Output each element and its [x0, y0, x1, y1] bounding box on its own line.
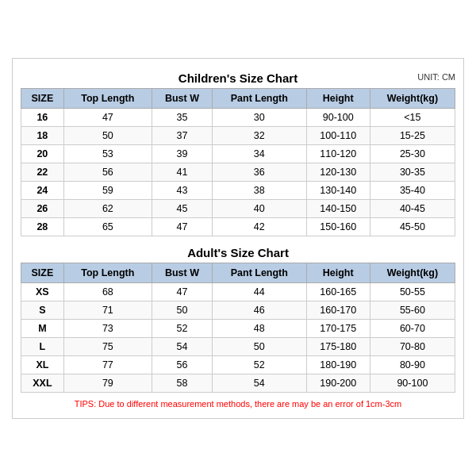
table-cell: 50: [212, 337, 306, 355]
table-cell: 160-165: [306, 282, 370, 301]
table-cell: 110-120: [306, 144, 370, 163]
col-header-top-length-adult: Top Length: [63, 263, 152, 282]
table-cell: 65: [63, 217, 152, 236]
table-cell: 150-160: [306, 217, 370, 236]
table-cell: 60-70: [370, 319, 455, 337]
table-cell: 47: [63, 108, 152, 126]
table-cell: 37: [152, 126, 212, 144]
table-cell: 28: [21, 217, 64, 236]
table-cell: 56: [152, 355, 212, 374]
table-cell: 26: [21, 199, 64, 217]
table-cell: 53: [63, 144, 152, 163]
table-cell: 30-35: [370, 163, 455, 181]
tips-text: TIPS: Due to different measurement metho…: [21, 397, 455, 410]
children-title-text: Children's Size Chart: [178, 71, 298, 85]
table-cell: 73: [63, 319, 152, 337]
table-cell: 48: [212, 319, 306, 337]
adult-section-title: Adult's Size Chart: [21, 241, 455, 263]
table-cell: 52: [152, 319, 212, 337]
table-cell: XXL: [21, 374, 64, 392]
table-row: S715046160-17055-60: [21, 301, 455, 319]
table-row: 1647353090-100<15: [21, 108, 455, 126]
table-cell: 54: [152, 337, 212, 355]
table-cell: 90-100: [370, 374, 455, 392]
table-cell: 180-190: [306, 355, 370, 374]
table-cell: 15-25: [370, 126, 455, 144]
table-cell: 90-100: [306, 108, 370, 126]
adult-header-row: SIZE Top Length Bust W Pant Length Heigh…: [21, 263, 455, 282]
table-cell: 32: [212, 126, 306, 144]
table-cell: 59: [63, 181, 152, 199]
table-cell: XL: [21, 355, 64, 374]
children-section-title: Children's Size Chart UNIT: CM: [21, 67, 455, 88]
col-header-weight-children: Weight(kg): [370, 88, 455, 108]
table-cell: 45-50: [370, 217, 455, 236]
unit-label: UNIT: CM: [417, 72, 455, 82]
table-cell: 45: [152, 199, 212, 217]
table-cell: 47: [152, 217, 212, 236]
table-cell: 56: [63, 163, 152, 181]
table-cell: 52: [212, 355, 306, 374]
col-header-bust-w-adult: Bust W: [152, 263, 212, 282]
children-size-table: SIZE Top Length Bust W Pant Length Heigh…: [21, 88, 455, 236]
table-cell: 50: [63, 126, 152, 144]
table-cell: 55-60: [370, 301, 455, 319]
table-cell: 20: [21, 144, 64, 163]
table-cell: 79: [63, 374, 152, 392]
adult-title-text: Adult's Size Chart: [187, 246, 289, 259]
table-row: 20533934110-12025-30: [21, 144, 455, 163]
adult-size-table: SIZE Top Length Bust W Pant Length Heigh…: [21, 263, 455, 393]
table-cell: 24: [21, 181, 64, 199]
table-cell: 80-90: [370, 355, 455, 374]
table-cell: XS: [21, 282, 64, 301]
table-cell: 43: [152, 181, 212, 199]
table-row: 24594338130-14035-40: [21, 181, 455, 199]
col-header-size-children: SIZE: [21, 88, 64, 108]
table-cell: 35-40: [370, 181, 455, 199]
table-cell: 130-140: [306, 181, 370, 199]
table-cell: 40-45: [370, 199, 455, 217]
table-cell: M: [21, 319, 64, 337]
table-cell: 42: [212, 217, 306, 236]
table-cell: 68: [63, 282, 152, 301]
table-cell: 38: [212, 181, 306, 199]
table-row: 18503732100-11015-25: [21, 126, 455, 144]
size-chart-container: Children's Size Chart UNIT: CM SIZE Top …: [12, 58, 464, 419]
table-cell: 50: [152, 301, 212, 319]
table-cell: 75: [63, 337, 152, 355]
table-row: 26624540140-15040-45: [21, 199, 455, 217]
table-row: XXL795854190-20090-100: [21, 374, 455, 392]
table-cell: 34: [212, 144, 306, 163]
col-header-bust-w-children: Bust W: [152, 88, 212, 108]
table-cell: 140-150: [306, 199, 370, 217]
table-cell: 22: [21, 163, 64, 181]
table-cell: 36: [212, 163, 306, 181]
table-cell: S: [21, 301, 64, 319]
table-row: 22564136120-13030-35: [21, 163, 455, 181]
col-header-top-length-children: Top Length: [63, 88, 152, 108]
table-cell: <15: [370, 108, 455, 126]
table-cell: 170-175: [306, 319, 370, 337]
table-row: 28654742150-16045-50: [21, 217, 455, 236]
table-cell: 77: [63, 355, 152, 374]
table-cell: 190-200: [306, 374, 370, 392]
table-cell: 47: [152, 282, 212, 301]
table-cell: 18: [21, 126, 64, 144]
col-header-pant-length-children: Pant Length: [212, 88, 306, 108]
table-cell: 41: [152, 163, 212, 181]
table-cell: 50-55: [370, 282, 455, 301]
table-cell: 30: [212, 108, 306, 126]
table-cell: 54: [212, 374, 306, 392]
table-row: XS684744160-16550-55: [21, 282, 455, 301]
table-cell: 71: [63, 301, 152, 319]
table-row: L755450175-18070-80: [21, 337, 455, 355]
table-cell: 120-130: [306, 163, 370, 181]
table-cell: 70-80: [370, 337, 455, 355]
table-cell: 35: [152, 108, 212, 126]
table-cell: 58: [152, 374, 212, 392]
col-header-pant-length-adult: Pant Length: [212, 263, 306, 282]
table-cell: 44: [212, 282, 306, 301]
table-cell: 16: [21, 108, 64, 126]
table-cell: 62: [63, 199, 152, 217]
table-cell: 175-180: [306, 337, 370, 355]
